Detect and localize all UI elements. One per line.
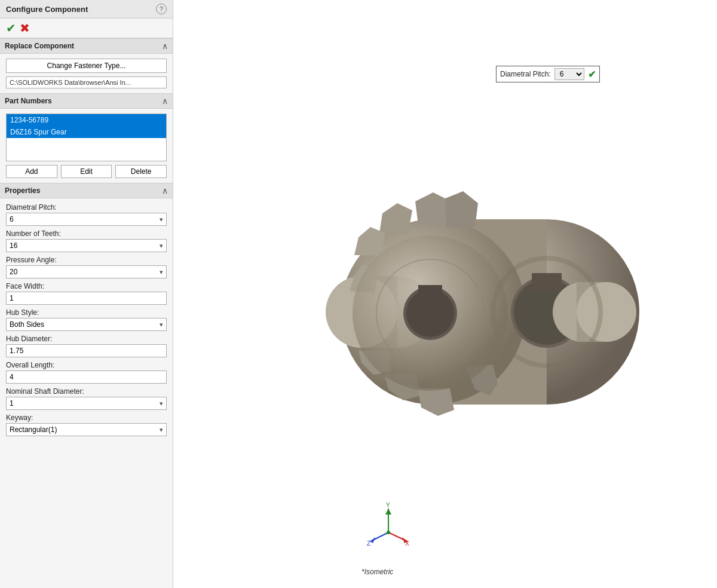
axis-svg: Z X Y	[364, 503, 412, 550]
prop-label-7: Nominal Shaft Diameter:	[6, 387, 167, 396]
prop-input-6[interactable]	[6, 370, 167, 384]
svg-marker-30	[370, 537, 375, 543]
ok-button[interactable]: ✔	[6, 22, 16, 34]
prop-label-6: Overall Length:	[6, 361, 167, 369]
panel-title: Configure Component	[6, 5, 88, 14]
edit-part-button[interactable]: Edit	[61, 165, 112, 178]
viewport: Diametral Pitch: 6 ✔	[173, 0, 717, 588]
prop-label-5: Hub Diameter:	[6, 335, 167, 343]
properties-section: Properties ∧ Diametral Pitch:4681012Numb…	[0, 183, 173, 441]
part-item-1234[interactable]: 1234-56789	[7, 114, 166, 126]
prop-select-8[interactable]: NoneRectangular(1)Square	[6, 423, 167, 436]
isometric-label: *Isometric	[361, 568, 393, 576]
properties-content: Diametral Pitch:4681012Number of Teeth:8…	[0, 198, 173, 441]
prop-select-7[interactable]: 0.50.7511.251.5	[6, 397, 167, 410]
prop-select-4[interactable]: NoneOne SideBoth Sides	[6, 318, 167, 331]
part-numbers-section: Part Numbers ∧ 1234-56789 D6Z16 Spur Gea…	[0, 93, 173, 183]
gear-svg	[212, 85, 678, 503]
panel-scroll-area: Replace Component ∧ Change Fastener Type…	[0, 38, 173, 588]
svg-text:Y: Y	[386, 503, 390, 509]
properties-title: Properties	[5, 186, 40, 195]
part-numbers-content: 1234-56789 D6Z16 Spur Gear Add Edit Dele…	[0, 109, 173, 183]
prop-label-0: Diametral Pitch:	[6, 203, 167, 212]
add-part-button[interactable]: Add	[6, 165, 57, 178]
prop-input-5[interactable]	[6, 344, 167, 357]
svg-rect-27	[418, 285, 442, 297]
prop-label-8: Keyway:	[6, 414, 167, 422]
prop-label-1: Number of Teeth:	[6, 229, 167, 238]
part-numbers-title: Part Numbers	[5, 97, 52, 105]
path-display: C:\SOLIDWORKS Data\browser\Ansi In...	[6, 76, 167, 88]
properties-toggle[interactable]: ∧	[162, 186, 168, 195]
part-numbers-toggle[interactable]: ∧	[162, 96, 168, 106]
delete-part-button[interactable]: Delete	[115, 165, 167, 178]
replace-component-section: Replace Component ∧ Change Fastener Type…	[0, 38, 173, 93]
cancel-button[interactable]: ✖	[20, 22, 30, 34]
replace-component-toggle[interactable]: ∧	[162, 41, 168, 51]
gear-3d-view	[173, 0, 717, 588]
properties-header: Properties ∧	[0, 183, 173, 198]
toolbar: ✔ ✖	[0, 19, 173, 38]
svg-text:Z: Z	[367, 540, 370, 547]
prop-select-2[interactable]: 14.52025	[6, 265, 167, 278]
change-fastener-button[interactable]: Change Fastener Type...	[6, 59, 167, 73]
svg-marker-15	[445, 191, 478, 227]
part-numbers-header: Part Numbers ∧	[0, 93, 173, 109]
prop-select-1[interactable]: 812162024	[6, 239, 167, 252]
help-button[interactable]: ?	[156, 4, 167, 14]
panel-header: Configure Component ?	[0, 0, 173, 19]
part-numbers-list: 1234-56789 D6Z16 Spur Gear	[6, 114, 167, 161]
prop-label-2: Pressure Angle:	[6, 256, 167, 264]
svg-rect-7	[532, 273, 562, 291]
svg-marker-36	[385, 509, 391, 514]
prop-label-4: Hub Style:	[6, 308, 167, 317]
replace-component-content: Change Fastener Type... C:\SOLIDWORKS Da…	[0, 54, 173, 93]
replace-component-title: Replace Component	[5, 42, 74, 50]
part-item-d6z16[interactable]: D6Z16 Spur Gear	[7, 126, 166, 138]
prop-label-3: Face Width:	[6, 282, 167, 290]
svg-marker-16	[379, 203, 412, 233]
replace-component-header: Replace Component ∧	[0, 38, 173, 54]
svg-marker-17	[354, 227, 385, 255]
configure-panel: Configure Component ? ✔ ✖ Replace Compon…	[0, 0, 173, 588]
part-number-buttons: Add Edit Delete	[6, 165, 167, 178]
prop-select-0[interactable]: 4681012	[6, 213, 167, 226]
svg-marker-21	[418, 388, 454, 416]
svg-point-38	[387, 531, 390, 534]
axis-indicator: Z X Y	[364, 503, 412, 552]
svg-point-13	[577, 282, 636, 342]
prop-input-3[interactable]	[6, 292, 167, 305]
svg-text:X: X	[405, 540, 409, 547]
